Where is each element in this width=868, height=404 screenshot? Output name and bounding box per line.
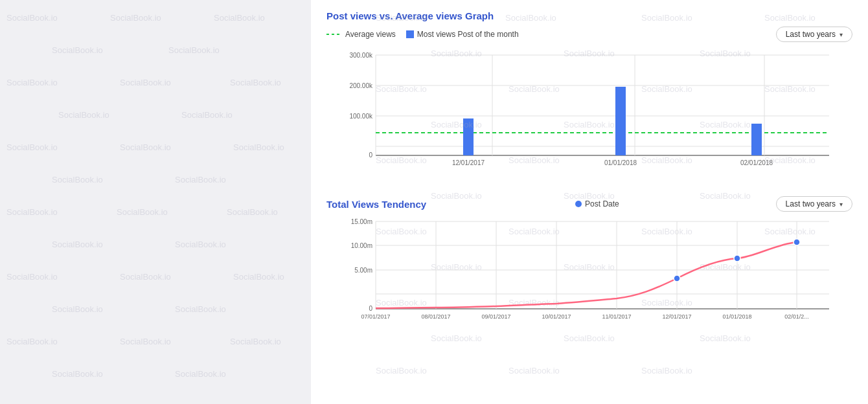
data-point-3 [794,239,800,245]
chart2-time-filter-button[interactable]: Last two years [776,196,852,212]
svg-text:10/01/2017: 10/01/2017 [542,313,571,320]
watermark: SocialBook.io [117,207,168,217]
watermark: SocialBook.io [233,272,284,282]
watermark: SocialBook.io [227,207,278,217]
svg-text:300.00k: 300.00k [349,52,373,59]
watermark: SocialBook.io [175,369,226,379]
watermark: SocialBook.io [175,175,226,185]
bar-feb2018 [751,124,762,155]
watermark: SocialBook.io [120,78,171,87]
svg-text:01/01/2018: 01/01/2018 [604,159,637,166]
watermark: SocialBook.io [175,240,226,249]
svg-text:07/01/2017: 07/01/2017 [361,313,390,320]
watermark: SocialBook.io [120,337,171,346]
svg-text:09/01/2017: 09/01/2017 [481,313,510,320]
bar-chart-section: Post views vs. Average views Graph Avera… [326,10,852,181]
svg-text:0: 0 [369,305,372,312]
left-panel: SocialBook.io SocialBook.io SocialBook.i… [0,0,311,404]
svg-text:5.00m: 5.00m [354,267,372,274]
svg-text:02/01/2018: 02/01/2018 [740,159,773,166]
line-chart-title: Total Views Tendency [326,199,426,210]
post-date-label: Post Date [585,199,619,208]
watermark: SocialBook.io [52,304,103,314]
watermark: SocialBook.io [214,13,265,23]
dot-icon [575,201,582,207]
line-chart-section: Total Views Tendency Post Date Last two … [326,196,852,341]
watermark: SocialBook.io [168,45,220,55]
svg-text:0: 0 [369,152,372,159]
svg-text:12/01/2017: 12/01/2017 [662,313,691,320]
line-chart-header: Total Views Tendency Post Date Last two … [326,196,852,212]
dashed-line-icon [326,34,342,35]
watermark: SocialBook.io [6,13,58,23]
svg-text:02/01/2...: 02/01/2... [784,313,809,320]
chart1-time-filter-button[interactable]: Last two years [776,27,852,42]
watermark: SocialBook.io [376,366,427,376]
svg-text:01/01/2018: 01/01/2018 [722,313,751,320]
average-views-label: Average views [345,30,396,39]
svg-text:08/01/2017: 08/01/2017 [421,313,450,320]
blue-bar-icon [406,30,414,38]
line-chart-svg: 15.00m 10.00m 5.00m 0 07/01/2017 08/01/2… [326,218,852,338]
bar-dec2017 [463,118,474,155]
svg-text:10.00m: 10.00m [351,242,372,249]
bar-chart-svg: 300.00k 200.00k 100.00k 0 12/01/2017 01/… [326,49,852,178]
svg-text:200.00k: 200.00k [349,82,373,89]
watermark: SocialBook.io [52,369,103,379]
watermark: SocialBook.io [52,175,103,185]
legend-most-views: Most views Post of the month [406,30,519,39]
watermark: SocialBook.io [52,45,103,55]
watermark: SocialBook.io [230,337,281,346]
bar-chart: 300.00k 200.00k 100.00k 0 12/01/2017 01/… [326,49,852,181]
legend-post-date: Post Date [575,199,619,208]
watermark: SocialBook.io [52,240,103,249]
watermark: SocialBook.io [175,304,226,314]
data-point-1 [674,275,680,282]
most-views-label: Most views Post of the month [417,30,519,39]
watermark: SocialBook.io [641,366,692,376]
watermark: SocialBook.io [6,207,58,217]
legend-average-views: Average views [326,30,396,39]
watermark: SocialBook.io [6,142,58,152]
line-chart: 15.00m 10.00m 5.00m 0 07/01/2017 08/01/2… [326,218,852,341]
watermark: SocialBook.io [230,78,281,87]
watermark: SocialBook.io [6,337,58,346]
data-point-2 [734,255,740,262]
watermark: SocialBook.io [58,110,109,120]
bar-jan2018 [615,87,626,155]
bar-chart-title: Post views vs. Average views Graph [326,10,852,21]
watermark: SocialBook.io [120,272,171,282]
watermark: SocialBook.io [110,13,161,23]
watermark: SocialBook.io [6,272,58,282]
watermark: SocialBook.io [181,110,233,120]
watermark: SocialBook.io [120,142,171,152]
svg-text:12/01/2017: 12/01/2017 [452,159,485,166]
svg-text:15.00m: 15.00m [351,218,372,225]
watermark: SocialBook.io [508,366,560,376]
main-content: SocialBook.io SocialBook.io SocialBook.i… [311,0,868,404]
line-path [376,242,797,308]
svg-text:100.00k: 100.00k [349,113,373,120]
watermark: SocialBook.io [233,142,284,152]
svg-text:11/01/2017: 11/01/2017 [602,313,631,320]
watermark: SocialBook.io [6,78,58,87]
chart1-legend: Average views Most views Post of the mon… [326,27,852,42]
